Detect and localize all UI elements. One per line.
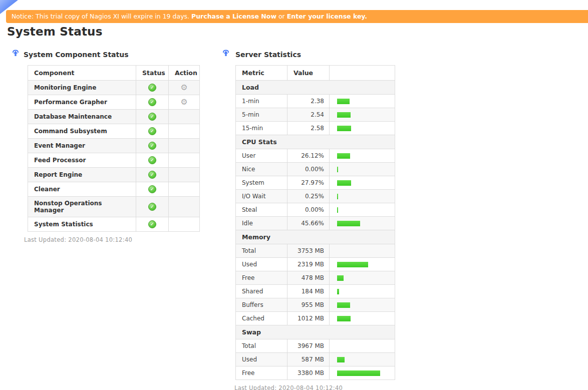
stats-row: Buffers955 MB <box>236 298 395 312</box>
value-bar <box>337 262 368 267</box>
component-table-body: Monitoring Engine⚙Performance Grapher⚙Da… <box>28 81 200 232</box>
metric-value-cell: 0.25% <box>287 190 330 203</box>
stats-row: Steal0.00% <box>236 203 395 217</box>
stats-section-row: Load <box>236 81 395 95</box>
col-header-value: Value <box>287 66 330 81</box>
metric-bar-cell <box>330 149 395 163</box>
component-name-cell: Command Subsystem <box>28 124 136 139</box>
stats-row: I/O Wait0.25% <box>236 190 395 203</box>
metric-value-cell: 45.66% <box>287 217 330 230</box>
stats-row: Idle45.66% <box>236 217 395 230</box>
value-bar <box>337 289 339 294</box>
enter-license-key-link[interactable]: Enter your license key. <box>287 13 367 20</box>
stats-row: Total3967 MB <box>236 339 395 353</box>
metric-value-cell: 0.00% <box>287 163 330 176</box>
component-row: Monitoring Engine⚙ <box>28 81 200 95</box>
status-ok-icon <box>148 185 156 193</box>
metric-value-cell: 2.54 <box>287 108 330 122</box>
metric-name-cell: Used <box>236 353 287 366</box>
metric-bar-cell <box>330 190 395 203</box>
metric-bar-cell <box>330 366 395 380</box>
component-row: Feed Processor <box>28 153 200 168</box>
component-status-cell <box>136 95 169 110</box>
component-status-cell <box>136 168 169 182</box>
status-ok-icon <box>148 203 156 211</box>
section-name-cell: Swap <box>236 325 395 339</box>
status-ok-icon <box>148 84 156 92</box>
metric-bar-cell <box>330 312 395 325</box>
component-row: Nonstop Operations Manager <box>28 197 200 217</box>
value-bar <box>337 370 380 376</box>
stats-section-row: Swap <box>236 325 395 339</box>
server-statistics-table: Metric Value Load1-min2.385-min2.5415-mi… <box>235 65 395 380</box>
metric-bar-cell <box>330 95 395 108</box>
collapse-up-arrow-icon[interactable] <box>12 49 19 56</box>
metric-name-cell: 5-min <box>236 108 287 122</box>
component-name-cell: Event Manager <box>28 139 136 153</box>
metric-value-cell: 478 MB <box>287 271 330 285</box>
component-status-cell <box>136 110 169 124</box>
metric-bar-cell <box>330 285 395 298</box>
value-bar <box>337 180 351 186</box>
component-action-cell <box>169 153 200 168</box>
value-bar <box>337 99 350 104</box>
metric-name-cell: Free <box>236 271 287 285</box>
component-name-cell: Database Maintenance <box>28 110 136 124</box>
purchase-license-link[interactable]: Purchase a License Now <box>191 13 276 20</box>
metric-bar-cell <box>330 217 395 230</box>
component-action-cell: ⚙ <box>169 81 200 95</box>
component-action-cell <box>169 217 200 232</box>
component-row: System Statistics <box>28 217 200 232</box>
metric-value-cell: 184 MB <box>287 285 330 298</box>
trial-notice-banner: Notice: This trial copy of Nagios XI wil… <box>6 10 588 23</box>
stats-table-body: Load1-min2.385-min2.5415-min2.58CPU Stat… <box>236 81 395 380</box>
metric-name-cell: Cached <box>236 312 287 325</box>
metric-name-cell: Shared <box>236 285 287 298</box>
metric-value-cell: 0.00% <box>287 203 330 217</box>
gear-icon[interactable]: ⚙ <box>180 98 187 106</box>
notice-text: Notice: This trial copy of Nagios XI wil… <box>12 13 189 20</box>
stats-row: Total3753 MB <box>236 244 395 258</box>
metric-value-cell: 2.58 <box>287 122 330 135</box>
metric-value-cell: 3380 MB <box>287 366 330 380</box>
metric-name-cell: Used <box>236 258 287 271</box>
stats-row: Shared184 MB <box>236 285 395 298</box>
component-row: Database Maintenance <box>28 110 200 124</box>
component-name-cell: Feed Processor <box>28 153 136 168</box>
metric-name-cell: Total <box>236 244 287 258</box>
metric-name-cell: I/O Wait <box>236 190 287 203</box>
value-bar <box>337 167 338 172</box>
component-name-cell: Monitoring Engine <box>28 81 136 95</box>
component-name-cell: Performance Grapher <box>28 95 136 110</box>
metric-value-cell: 3967 MB <box>287 339 330 353</box>
status-ok-icon <box>148 113 156 121</box>
stats-last-updated: Last Updated: 2020-08-04 10:12:40 <box>234 384 395 390</box>
metric-name-cell: Buffers <box>236 298 287 312</box>
value-bar <box>337 153 350 159</box>
metric-value-cell: 26.12% <box>287 149 330 163</box>
component-name-cell: System Statistics <box>28 217 136 232</box>
metric-bar-cell <box>330 339 395 353</box>
metric-name-cell: 1-min <box>236 95 287 108</box>
component-name-cell: Report Engine <box>28 168 136 182</box>
component-name-cell: Cleaner <box>28 182 136 197</box>
component-last-updated: Last Updated: 2020-08-04 10:12:40 <box>24 236 200 243</box>
metric-value-cell: 2.38 <box>287 95 330 108</box>
col-header-status: Status <box>136 66 169 81</box>
metric-name-cell: System <box>236 176 287 190</box>
section-name-cell: Load <box>236 81 395 95</box>
metric-value-cell: 1012 MB <box>287 312 330 325</box>
status-ok-icon <box>148 156 156 164</box>
metric-name-cell: 15-min <box>236 122 287 135</box>
metric-bar-cell <box>330 271 395 285</box>
value-bar <box>337 316 351 321</box>
component-status-cell <box>136 182 169 197</box>
status-ok-icon <box>148 98 156 106</box>
gear-icon[interactable]: ⚙ <box>180 84 187 92</box>
value-bar <box>337 302 350 308</box>
col-header-component: Component <box>28 66 136 81</box>
component-action-cell <box>169 124 200 139</box>
component-action-cell <box>169 197 200 217</box>
metric-name-cell: Nice <box>236 163 287 176</box>
collapse-up-arrow-icon[interactable] <box>222 49 229 56</box>
